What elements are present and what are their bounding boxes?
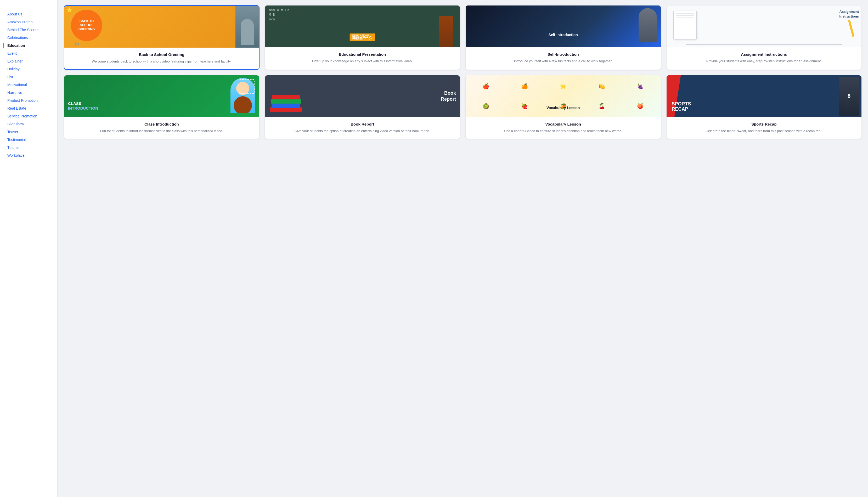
sidebar-item-education[interactable]: Education bbox=[5, 42, 57, 49]
sidebar-item-teaser[interactable]: Teaser bbox=[5, 128, 57, 136]
sidebar-item-testimonial[interactable]: Testimonial bbox=[5, 136, 57, 143]
sidebar-item-behind-the-scenes[interactable]: Behind The Scenes bbox=[5, 26, 57, 33]
card-title: Class Introduction bbox=[68, 122, 255, 126]
template-card-sports-recap[interactable]: SPORTSRECAP 8 Sports RecapCelebrate the … bbox=[666, 75, 862, 139]
card-thumbnail-vocabulary: 🍎 🍊 ⭐ 🍋 🍇 🥝 🍓 🥭 🍒 🍑 Vocabulary Lesson bbox=[466, 75, 661, 117]
sidebar-item-event[interactable]: Event bbox=[5, 50, 57, 57]
sidebar-item-amazon-promo[interactable]: Amazon Promo bbox=[5, 18, 57, 26]
card-title: Sports Recap bbox=[671, 122, 857, 126]
card-title: Book Report bbox=[269, 122, 456, 126]
card-thumbnail-class-intro: CLASSINTRODUCTION bbox=[64, 75, 259, 117]
card-description: Welcome students back to school with a s… bbox=[69, 59, 255, 64]
card-thumbnail-assignment: AssignmentInstructions bbox=[667, 5, 862, 47]
templates-grid-row1: BACK TOSCHOOLGREETING ⭐ 🚌 Back to School… bbox=[64, 5, 862, 70]
card-title: Educational Presentation bbox=[269, 52, 456, 57]
card-description: Offer up your knowledge on any subject w… bbox=[269, 59, 456, 64]
template-card-class-introduction[interactable]: CLASSINTRODUCTION Class IntroductionFun … bbox=[64, 75, 259, 139]
card-description: Fun for students to introduce themselves… bbox=[68, 128, 255, 134]
sidebar: About UsAmazon PromoBehind The ScenesCel… bbox=[0, 0, 58, 497]
template-card-book-report[interactable]: BookReport Book ReportGive your students… bbox=[265, 75, 460, 139]
sidebar-item-motivational[interactable]: Motivational bbox=[5, 81, 57, 88]
card-title: Vocabulary Lesson bbox=[470, 122, 657, 126]
main-content: BACK TOSCHOOLGREETING ⭐ 🚌 Back to School… bbox=[58, 0, 868, 497]
sidebar-item-explainer[interactable]: Explainer bbox=[5, 58, 57, 65]
card-title: Self-Introduction bbox=[470, 52, 657, 57]
card-thumbnail-educational: b×h A = L× M B b×h EducationalPresentati… bbox=[265, 5, 460, 47]
sidebar-item-list[interactable]: List bbox=[5, 73, 57, 81]
sidebar-item-tutorial[interactable]: Tutorial bbox=[5, 144, 57, 151]
sidebar-item-workplace[interactable]: Workplace bbox=[5, 152, 57, 159]
card-thumbnail-sports: SPORTSRECAP 8 bbox=[667, 75, 862, 117]
template-card-assignment-instructions[interactable]: AssignmentInstructions Assignment Instru… bbox=[666, 5, 862, 70]
card-title: Assignment Instructions bbox=[671, 52, 857, 57]
sidebar-item-narrative[interactable]: Narrative bbox=[5, 89, 57, 96]
card-thumbnail-self-intro: Self-Introduction bbox=[466, 5, 661, 47]
card-thumbnail-back-to-school: BACK TOSCHOOLGREETING ⭐ 🚌 bbox=[65, 6, 259, 47]
card-title: Back to School Greeting bbox=[69, 52, 255, 57]
templates-grid-row2: CLASSINTRODUCTION Class IntroductionFun … bbox=[64, 75, 862, 139]
sidebar-item-holiday[interactable]: Holiday bbox=[5, 66, 57, 73]
card-description: Introduce yourself with a few fun facts … bbox=[470, 59, 657, 64]
sidebar-item-slideshow[interactable]: Slideshow bbox=[5, 120, 57, 128]
sidebar-item-celebrations[interactable]: Celebrations bbox=[5, 34, 57, 41]
sidebar-item-real-estate[interactable]: Real Estate bbox=[5, 105, 57, 112]
template-card-self-introduction[interactable]: Self-Introduction Self-IntroductionIntro… bbox=[465, 5, 661, 70]
card-description: Use a cheerful video to capture student'… bbox=[470, 128, 657, 134]
template-card-educational-presentation[interactable]: b×h A = L× M B b×h EducationalPresentati… bbox=[265, 5, 460, 70]
sidebar-item-product-promotion[interactable]: Product Promotion bbox=[5, 97, 57, 104]
sidebar-item-about-us[interactable]: About Us bbox=[5, 11, 57, 18]
template-card-back-to-school-greeting[interactable]: BACK TOSCHOOLGREETING ⭐ 🚌 Back to School… bbox=[64, 5, 259, 70]
card-description: Give your students the option of creatin… bbox=[269, 128, 456, 134]
template-card-vocabulary-lesson[interactable]: 🍎 🍊 ⭐ 🍋 🍇 🥝 🍓 🥭 🍒 🍑 Vocabulary Lesson Vo… bbox=[465, 75, 661, 139]
sidebar-item-service-promotion[interactable]: Service Promotion bbox=[5, 113, 57, 120]
card-thumbnail-book-report: BookReport bbox=[265, 75, 460, 117]
card-description: Celebrate the blood, sweat, and tears fr… bbox=[671, 128, 857, 134]
card-description: Provide your students with easy, step-by… bbox=[671, 59, 857, 64]
